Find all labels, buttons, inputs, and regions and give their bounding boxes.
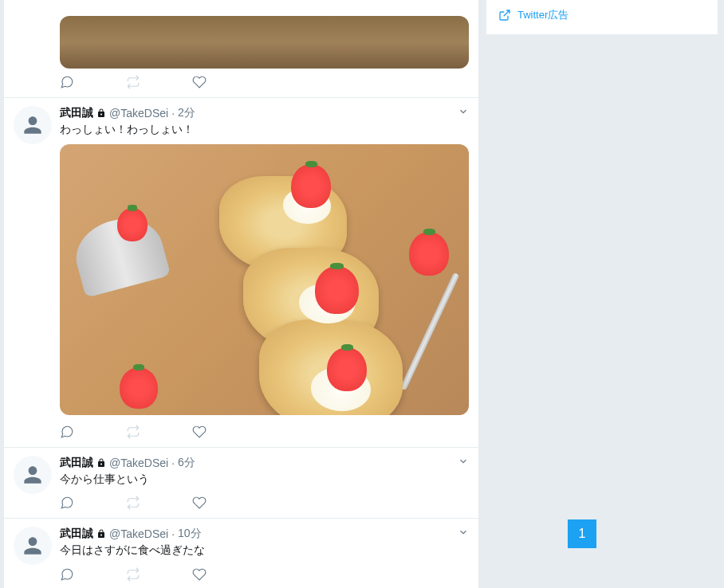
twitter-ad-link[interactable]: Twitter広告 bbox=[498, 8, 706, 22]
tweet-author-name[interactable]: 武田誠 bbox=[60, 106, 93, 120]
tweet-actions bbox=[60, 496, 469, 510]
lock-icon bbox=[96, 458, 106, 468]
external-link-icon bbox=[498, 9, 511, 22]
twitter-ad-label: Twitter広告 bbox=[517, 8, 569, 22]
tweet-author-name[interactable]: 武田誠 bbox=[60, 456, 93, 470]
tweet-handle[interactable]: @TakeDSei bbox=[109, 527, 168, 540]
avatar[interactable] bbox=[14, 527, 52, 565]
reply-button[interactable] bbox=[60, 496, 74, 510]
tweet-timestamp[interactable]: 2分 bbox=[178, 106, 195, 120]
like-button[interactable] bbox=[192, 567, 207, 582]
page-number-badge[interactable]: 1 bbox=[568, 519, 596, 548]
tweet-timestamp[interactable]: 10分 bbox=[178, 527, 202, 541]
like-button[interactable] bbox=[192, 425, 207, 439]
tweet[interactable]: 武田誠 @TakeDSei · 10分 今日はさすがに食べ過ぎたな bbox=[4, 519, 478, 588]
retweet-button[interactable] bbox=[126, 75, 140, 89]
retweet-button[interactable] bbox=[126, 567, 140, 582]
tweet-author-name[interactable]: 武田誠 bbox=[60, 527, 93, 541]
avatar[interactable] bbox=[14, 106, 52, 144]
tweet-text: わっしょい！わっしょい！ bbox=[60, 122, 469, 136]
tweet-image[interactable] bbox=[60, 144, 469, 415]
tweet-actions bbox=[60, 567, 469, 582]
tweet-timestamp[interactable]: 6分 bbox=[178, 456, 195, 470]
like-button[interactable] bbox=[192, 75, 207, 89]
tweet[interactable]: 武田誠 @TakeDSei · 2分 わっしょい！わっしょい！ bbox=[4, 98, 478, 448]
tweet-menu-button[interactable] bbox=[458, 456, 469, 469]
retweet-button[interactable] bbox=[126, 496, 140, 510]
tweet[interactable]: 武田誠 @TakeDSei · 6分 今から仕事という bbox=[4, 448, 478, 519]
tweet-text: 今日はさすがに食べ過ぎたな bbox=[60, 543, 469, 557]
reply-button[interactable] bbox=[60, 567, 74, 582]
tweet-handle[interactable]: @TakeDSei bbox=[109, 107, 168, 120]
tweet-image[interactable] bbox=[60, 16, 469, 69]
lock-icon bbox=[96, 529, 106, 539]
tweet-partial bbox=[4, 0, 478, 98]
sidebar-card: Twitter広告 bbox=[486, 0, 718, 34]
tweet-text: 今から仕事という bbox=[60, 472, 469, 486]
tweet-menu-button[interactable] bbox=[458, 106, 469, 120]
tweet-actions bbox=[60, 425, 469, 439]
retweet-button[interactable] bbox=[126, 425, 140, 439]
timeline: 武田誠 @TakeDSei · 2分 わっしょい！わっしょい！ bbox=[4, 0, 478, 588]
tweet-handle[interactable]: @TakeDSei bbox=[109, 457, 168, 469]
reply-button[interactable] bbox=[60, 425, 74, 439]
lock-icon bbox=[96, 108, 106, 118]
tweet-meta: 武田誠 @TakeDSei · 6分 bbox=[60, 456, 469, 470]
like-button[interactable] bbox=[192, 496, 207, 510]
sidebar: Twitter広告 bbox=[486, 0, 718, 588]
tweet-meta: 武田誠 @TakeDSei · 10分 bbox=[60, 527, 469, 541]
avatar[interactable] bbox=[14, 456, 52, 494]
reply-button[interactable] bbox=[60, 75, 74, 89]
tweet-meta: 武田誠 @TakeDSei · 2分 bbox=[60, 106, 469, 120]
tweet-menu-button[interactable] bbox=[458, 527, 469, 540]
tweet-actions bbox=[14, 75, 469, 89]
